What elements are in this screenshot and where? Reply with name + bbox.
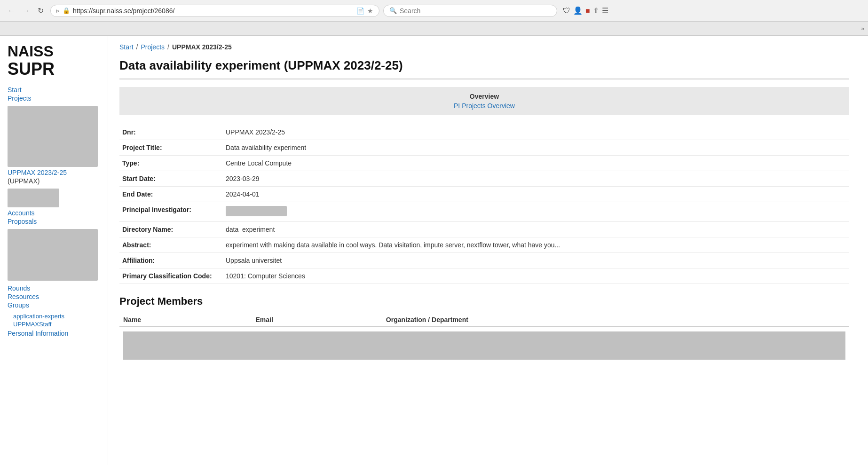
abstract-label: Abstract: xyxy=(119,237,223,253)
members-table-header: Name Email Organization / Department xyxy=(119,313,849,327)
reload-button[interactable]: ↻ xyxy=(35,4,47,17)
detail-table: Dnr: UPPMAX 2023/2-25 Project Title: Dat… xyxy=(119,125,849,284)
end-date-label: End Date: xyxy=(119,187,223,202)
sidebar-item-rounds[interactable]: Rounds xyxy=(8,284,100,292)
sidebar-section-start: Start Projects xyxy=(8,86,100,102)
share-icon[interactable]: ⇧ xyxy=(593,6,599,15)
breadcrumb-sep-1: / xyxy=(136,43,138,51)
breadcrumb-start[interactable]: Start xyxy=(119,43,134,51)
back-button[interactable]: ← xyxy=(5,5,18,17)
toolbar-strip: » xyxy=(0,22,868,36)
sidebar-project-link[interactable]: UPPMAX 2023/2-25 xyxy=(8,169,100,176)
col-email: Email xyxy=(252,313,382,327)
sidebar-section-personal: Personal Information xyxy=(8,330,100,337)
start-date-value: 2023-03-29 xyxy=(223,171,849,187)
affiliation-label: Affiliation: xyxy=(119,253,223,268)
col-name: Name xyxy=(119,313,252,327)
breadcrumb-projects[interactable]: Projects xyxy=(141,43,165,51)
detail-row-classification: Primary Classification Code: 10201: Comp… xyxy=(119,268,849,284)
overview-title: Overview xyxy=(125,93,844,100)
sidebar-section-rounds: Rounds Resources Groups xyxy=(8,284,100,309)
members-placeholder-row xyxy=(119,327,849,363)
pi-placeholder xyxy=(226,206,287,216)
logo-line1: NAISS xyxy=(8,43,100,60)
detail-row-start-date: Start Date: 2023-03-29 xyxy=(119,171,849,187)
detail-row-pi: Principal Investigator: xyxy=(119,202,849,222)
detail-row-directory: Directory Name: data_experiment xyxy=(119,222,849,237)
dnr-label: Dnr: xyxy=(119,125,223,140)
sidebar-item-start[interactable]: Start xyxy=(8,86,100,94)
menu-icon[interactable]: ☰ xyxy=(602,6,608,15)
sidebar-project-image-1 xyxy=(8,106,98,167)
main-layout: NAISS SUPR Start Projects UPPMAX 2023/2-… xyxy=(0,36,868,465)
lock-icon: 🔒 xyxy=(63,7,70,14)
shield-icon: ▹ xyxy=(56,7,60,14)
sidebar-project-sub: (UPPMAX) xyxy=(8,177,100,185)
sidebar-item-application-experts[interactable]: application-experts xyxy=(13,313,100,320)
pi-label: Principal Investigator: xyxy=(119,202,223,222)
extension-icon[interactable]: ■ xyxy=(585,7,590,15)
sidebar-sub-groups: application-experts UPPMAXStaff xyxy=(8,313,100,328)
toolbar-expand-icon[interactable]: » xyxy=(861,25,864,32)
col-org: Organization / Department xyxy=(382,313,849,327)
detail-row-type: Type: Centre Local Compute xyxy=(119,156,849,171)
sidebar-account-image xyxy=(8,189,59,207)
dnr-value: UPPMAX 2023/2-25 xyxy=(223,125,849,140)
browser-chrome: ← → ↻ ▹ 🔒 📄 ★ 🔍 🛡 👤 ■ ⇧ ☰ xyxy=(0,0,868,22)
sidebar-proposals-image xyxy=(8,229,98,281)
sidebar-section-project: UPPMAX 2023/2-25 (UPPMAX) xyxy=(8,169,100,185)
sidebar: NAISS SUPR Start Projects UPPMAX 2023/2-… xyxy=(0,36,108,465)
project-title-label: Project Title: xyxy=(119,140,223,156)
forward-button[interactable]: → xyxy=(20,5,33,17)
search-input[interactable] xyxy=(400,7,551,15)
sidebar-item-uppmaxstaff[interactable]: UPPMAXStaff xyxy=(13,321,100,328)
type-value: Centre Local Compute xyxy=(223,156,849,171)
detail-row-abstract: Abstract: experiment with making data av… xyxy=(119,237,849,253)
search-bar: 🔍 xyxy=(383,5,557,17)
breadcrumb-sep-2: / xyxy=(167,43,169,51)
start-date-label: Start Date: xyxy=(119,171,223,187)
content-area: Start / Projects / UPPMAX 2023/2-25 Data… xyxy=(108,36,860,465)
detail-row-end-date: End Date: 2024-04-01 xyxy=(119,187,849,202)
address-bar: ▹ 🔒 📄 ★ xyxy=(50,5,379,17)
abstract-value: experiment with making data available in… xyxy=(223,237,849,253)
project-title-value: Data availability experiment xyxy=(223,140,849,156)
sidebar-item-groups[interactable]: Groups xyxy=(8,301,100,309)
star-icon[interactable]: ★ xyxy=(367,7,373,15)
members-section-title: Project Members xyxy=(119,295,849,307)
detail-row-affiliation: Affiliation: Uppsala universitet xyxy=(119,253,849,268)
logo-line2: SUPR xyxy=(8,60,100,79)
breadcrumb: Start / Projects / UPPMAX 2023/2-25 xyxy=(119,43,849,51)
detail-row-project-title: Project Title: Data availability experim… xyxy=(119,140,849,156)
pi-projects-overview-link[interactable]: PI Projects Overview xyxy=(454,102,515,110)
sidebar-item-proposals[interactable]: Proposals xyxy=(8,218,100,225)
sidebar-item-personal-information[interactable]: Personal Information xyxy=(8,330,100,337)
classification-value: 10201: Computer Sciences xyxy=(223,268,849,284)
page-title: Data availability experiment (UPPMAX 202… xyxy=(119,58,849,79)
pi-value xyxy=(223,202,849,222)
detail-row-dnr: Dnr: UPPMAX 2023/2-25 xyxy=(119,125,849,140)
members-placeholder-cell xyxy=(119,327,849,363)
sidebar-item-projects[interactable]: Projects xyxy=(8,95,100,102)
shield-browser-icon[interactable]: 🛡 xyxy=(563,7,570,15)
directory-label: Directory Name: xyxy=(119,222,223,237)
classification-label: Primary Classification Code: xyxy=(119,268,223,284)
sidebar-nav: Start Projects UPPMAX 2023/2-25 (UPPMAX)… xyxy=(8,86,100,337)
sidebar-item-accounts[interactable]: Accounts xyxy=(8,209,100,217)
members-table: Name Email Organization / Department xyxy=(119,313,849,363)
sidebar-section-accounts: Accounts Proposals xyxy=(8,209,100,225)
user-icon[interactable]: 👤 xyxy=(573,6,583,15)
search-icon: 🔍 xyxy=(389,7,397,14)
url-input[interactable] xyxy=(73,7,354,15)
type-label: Type: xyxy=(119,156,223,171)
browser-icons: 🛡 👤 ■ ⇧ ☰ xyxy=(563,6,608,15)
bookmark-icon[interactable]: 📄 xyxy=(356,7,364,15)
site-logo: NAISS SUPR xyxy=(8,43,100,79)
overview-box: Overview PI Projects Overview xyxy=(119,87,849,115)
members-placeholder xyxy=(123,331,845,360)
end-date-value: 2024-04-01 xyxy=(223,187,849,202)
nav-buttons: ← → ↻ xyxy=(5,4,47,17)
directory-value: data_experiment xyxy=(223,222,849,237)
breadcrumb-current: UPPMAX 2023/2-25 xyxy=(172,43,232,51)
sidebar-item-resources[interactable]: Resources xyxy=(8,293,100,300)
